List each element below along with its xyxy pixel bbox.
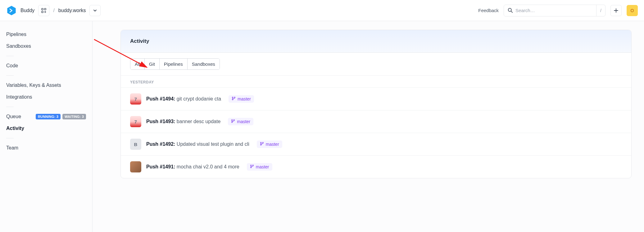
main-layout: Pipelines Sandboxes Code Variables, Keys… (0, 21, 644, 232)
row-text: Push #1493: banner desc update (146, 119, 220, 124)
sidebar-label: Pipelines (6, 32, 26, 37)
sidebar-label: Sandboxes (6, 43, 31, 49)
add-button[interactable] (610, 5, 622, 16)
svg-point-10 (234, 120, 234, 121)
breadcrumb-separator: / (53, 8, 54, 13)
activity-tab-group: All Git Pipelines Sandboxes (130, 58, 220, 70)
sidebar-divider (6, 56, 14, 56)
activity-row[interactable]: 7Push #1493: banner desc updatemaster (121, 110, 631, 133)
running-badge: RUNNING: 3 (36, 114, 61, 119)
sidebar-item-code[interactable]: Code (6, 60, 86, 72)
section-yesterday: YESTERDAY (121, 76, 631, 87)
sidebar-label: Code (6, 63, 18, 69)
top-header: Buddy / buddy.works Feedback / O (0, 0, 644, 21)
sidebar-divider (6, 75, 14, 76)
branch-tag[interactable]: master (257, 141, 282, 148)
branch-tag[interactable]: master (228, 118, 253, 125)
search-box[interactable]: / (504, 5, 605, 16)
sidebar-label: Activity (6, 126, 24, 131)
project-dropdown-button[interactable] (89, 5, 101, 16)
svg-point-6 (232, 99, 233, 100)
tab-git[interactable]: Git (145, 59, 160, 69)
sidebar-item-variables[interactable]: Variables, Keys & Assets (6, 79, 86, 91)
sidebar-label: Queue (6, 114, 21, 119)
activity-row[interactable]: Push #1491: mocha chai v2.0 and 4 morema… (121, 155, 631, 178)
sidebar-item-activity[interactable]: Activity (6, 123, 86, 134)
search-input[interactable] (515, 8, 596, 13)
svg-point-8 (232, 120, 233, 121)
header-left: Buddy / buddy.works (6, 5, 101, 16)
sidebar-label: Variables, Keys & Assets (6, 83, 61, 88)
row-text: Push #1494: git crypt dodanie cta (146, 96, 221, 102)
user-avatar[interactable]: O (627, 5, 638, 16)
activity-panel: Activity All Git Pipelines Sandboxes YES… (120, 30, 632, 178)
activity-list: 7Push #1494: git crypt dodanie ctamaster… (121, 87, 631, 178)
activity-row[interactable]: BPush #1492: Updated visual test plugin … (121, 133, 631, 155)
row-avatar: B (130, 139, 141, 150)
breadcrumb-project[interactable]: buddy.works (58, 8, 86, 13)
sidebar-item-pipelines[interactable]: Pipelines (6, 29, 86, 40)
search-shortcut: / (596, 5, 605, 16)
branch-name: master (256, 164, 269, 169)
feedback-link[interactable]: Feedback (478, 8, 499, 13)
activity-row[interactable]: 7Push #1494: git crypt dodanie ctamaster (121, 87, 631, 110)
main-content: Activity All Git Pipelines Sandboxes YES… (93, 21, 644, 232)
queue-badges: RUNNING: 3 WAITING: 3 (36, 114, 86, 119)
branch-icon (260, 142, 264, 147)
apps-switcher-button[interactable] (38, 5, 49, 16)
header-right: Feedback / O (478, 5, 638, 16)
sidebar-item-sandboxes[interactable]: Sandboxes (6, 40, 86, 52)
tab-pipelines[interactable]: Pipelines (160, 59, 188, 69)
tab-all[interactable]: All (130, 59, 145, 69)
search-icon (504, 8, 515, 13)
svg-point-3 (508, 8, 511, 11)
branch-tag[interactable]: master (229, 95, 254, 103)
svg-point-14 (250, 165, 251, 166)
sidebar-label: Integrations (6, 94, 32, 100)
branch-icon (250, 164, 254, 169)
svg-rect-0 (42, 8, 43, 10)
svg-point-5 (232, 97, 233, 98)
svg-point-12 (260, 144, 261, 145)
row-text: Push #1492: Updated visual test plugin a… (146, 141, 249, 147)
sidebar-divider (6, 107, 14, 107)
sidebar-label: Team (6, 145, 18, 151)
row-text: Push #1491: mocha chai v2.0 and 4 more (146, 164, 239, 170)
branch-name: master (238, 96, 251, 101)
svg-point-9 (232, 122, 233, 123)
sidebar-item-integrations[interactable]: Integrations (6, 91, 86, 103)
svg-point-13 (262, 142, 263, 143)
svg-point-7 (234, 97, 235, 98)
row-avatar: 7 (130, 93, 141, 105)
buddy-logo[interactable] (6, 5, 17, 16)
activity-tabs-row: All Git Pipelines Sandboxes (121, 53, 631, 76)
branch-tag[interactable]: master (247, 163, 272, 171)
svg-point-15 (250, 167, 251, 168)
sidebar-item-queue[interactable]: Queue RUNNING: 3 WAITING: 3 (6, 111, 86, 123)
branch-name: master (237, 119, 250, 124)
brand-name[interactable]: Buddy (20, 8, 34, 13)
sidebar: Pipelines Sandboxes Code Variables, Keys… (0, 21, 93, 232)
sidebar-item-team[interactable]: Team (6, 142, 86, 154)
sidebar-divider (6, 138, 14, 138)
tab-sandboxes[interactable]: Sandboxes (188, 59, 220, 69)
svg-rect-2 (42, 11, 43, 13)
waiting-badge: WAITING: 3 (62, 114, 86, 119)
row-avatar: 7 (130, 116, 141, 127)
row-avatar (130, 161, 141, 172)
branch-icon (231, 119, 235, 124)
svg-point-16 (252, 165, 253, 166)
svg-rect-1 (44, 8, 46, 10)
branch-icon (232, 96, 236, 101)
panel-title: Activity (121, 30, 631, 53)
svg-point-11 (260, 142, 261, 143)
branch-name: master (266, 142, 279, 147)
